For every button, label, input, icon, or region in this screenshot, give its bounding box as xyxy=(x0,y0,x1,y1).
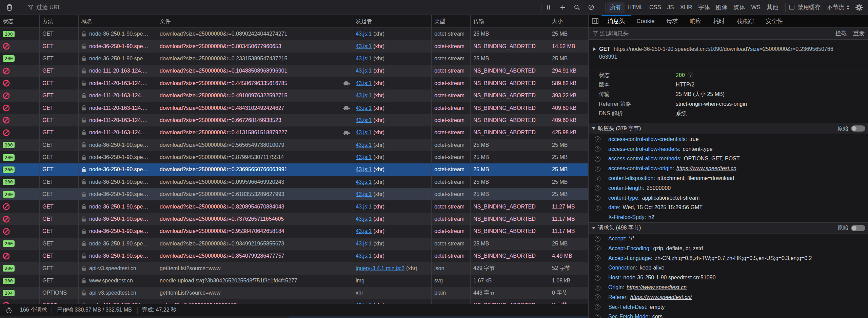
help-icon[interactable]: ? xyxy=(595,205,600,211)
header-row[interactable]: ?content-length:25000000 xyxy=(589,183,868,193)
response-raw-toggle[interactable] xyxy=(851,125,865,132)
table-row[interactable]: GETnode-111-20-163-124.…download?size=25… xyxy=(0,114,588,126)
help-icon[interactable]: ? xyxy=(595,255,600,261)
table-row[interactable]: GETnode-36-250-1-90.spe…download?size=25… xyxy=(0,200,588,213)
help-icon[interactable]: ? xyxy=(595,314,600,318)
search-button[interactable] xyxy=(573,4,581,10)
table-row[interactable]: GETnode-111-20-163-124.…download?size=25… xyxy=(0,77,588,90)
header-row[interactable]: ?Accept-Encoding:gzip, deflate, br, zstd xyxy=(589,243,868,253)
detail-tab-栈跟踪[interactable]: 栈跟踪 xyxy=(731,15,760,27)
header-row[interactable]: ?Host:node-36-250-1-90.speedtest.cn:5109… xyxy=(589,273,868,283)
block-url-button[interactable]: 拦截 xyxy=(832,29,850,37)
help-icon[interactable]: ? xyxy=(595,166,600,172)
header-row[interactable]: ?Accept-Language:zh-CN,zh;q=0.8,zh-TW;q=… xyxy=(589,253,868,263)
help-icon[interactable]: ? xyxy=(595,195,600,201)
type-tab-HTML[interactable]: HTML xyxy=(625,2,646,13)
request-raw-toggle[interactable] xyxy=(851,225,865,231)
help-icon[interactable]: ? xyxy=(595,136,600,142)
initiator-link[interactable]: 43.js:1 xyxy=(356,166,372,173)
type-tab-字体[interactable]: 字体 xyxy=(695,2,713,13)
header-row[interactable]: ?access-control-allow-origin:https://www… xyxy=(589,164,868,174)
header-row[interactable]: ?Connection:keep-alive xyxy=(589,263,868,273)
table-row[interactable]: GETnode-36-250-1-90.spe…download?size=25… xyxy=(0,250,588,262)
table-row[interactable]: 200GETnode-36-250-1-90.spe…download?size… xyxy=(0,28,588,40)
table-row[interactable]: 200GETnode-36-250-1-90.spe…download?size… xyxy=(0,238,588,250)
initiator-link[interactable]: 43.js:1 xyxy=(356,31,372,37)
request-headers-section[interactable]: 请求头 (498 字节) 原始 xyxy=(589,222,868,234)
initiator-link[interactable]: 43.js:1 xyxy=(356,117,372,123)
initiator-link[interactable]: 43.js:1 xyxy=(356,142,372,148)
header-row[interactable]: ?Origin:https://www.speedtest.cn xyxy=(589,283,868,293)
initiator-link[interactable]: jquery-3.4.1.min.js:2 xyxy=(356,265,405,272)
block-request-button[interactable] xyxy=(587,4,595,10)
split-panel-icon[interactable] xyxy=(592,18,599,24)
table-row[interactable]: POSTnode-111-20-163-124.…upload?r=0.7593… xyxy=(0,299,588,304)
header-row[interactable]: X-Firefox-Spdy:h2 xyxy=(589,213,868,222)
column-header-3[interactable]: 文件 xyxy=(157,15,353,27)
throttle-select[interactable]: 不节流 xyxy=(827,3,844,11)
table-row[interactable]: GETnode-36-250-1-90.spe…download?size=25… xyxy=(0,40,588,52)
pause-recording-button[interactable] xyxy=(545,5,553,10)
initiator-link[interactable]: 43.js:1 xyxy=(356,43,372,49)
table-row[interactable]: GETnode-111-20-163-124.…download?size=25… xyxy=(0,102,588,114)
detail-tab-Cookie[interactable]: Cookie xyxy=(631,15,660,27)
help-icon[interactable]: ? xyxy=(595,146,600,152)
initiator-link[interactable]: 43.js:1 xyxy=(356,68,372,74)
type-tab-CSS[interactable]: CSS xyxy=(646,2,664,13)
type-tab-WS[interactable]: WS xyxy=(748,2,764,13)
header-row[interactable]: ?access-control-allow-methods:OPTIONS, G… xyxy=(589,154,868,164)
table-row[interactable]: GETnode-36-250-1-90.spe…download?size=25… xyxy=(0,225,588,237)
column-header-0[interactable]: 状态 xyxy=(0,15,40,27)
header-row[interactable]: ?Sec-Fetch-Dest:empty xyxy=(589,302,868,312)
disable-cache-label[interactable]: 禁用缓存 xyxy=(797,3,821,11)
help-icon[interactable]: ? xyxy=(595,294,600,300)
help-icon[interactable]: ? xyxy=(595,236,600,242)
header-row[interactable]: ?Sec-Fetch-Mode:cors xyxy=(589,312,868,318)
initiator-link[interactable]: 43.js:1 xyxy=(356,191,372,197)
column-header-5[interactable]: 类型 xyxy=(432,15,471,27)
table-row[interactable]: 204OPTIONSapi-v3.speedtest.cngetItemList… xyxy=(0,287,588,299)
header-row[interactable]: ?date:Wed, 15 Oct 2025 15:29:56 GMT xyxy=(589,203,868,213)
column-header-4[interactable]: 发起者 xyxy=(353,15,432,27)
detail-tab-请求[interactable]: 请求 xyxy=(660,15,684,27)
column-header-2[interactable]: 域名 xyxy=(79,15,157,27)
headers-filter-input[interactable]: 过滤消息头 xyxy=(600,29,832,37)
header-row[interactable]: ?Accept:*/* xyxy=(589,234,868,244)
initiator-link[interactable]: 43.js:1 xyxy=(356,105,372,111)
type-tab-JS[interactable]: JS xyxy=(664,2,677,13)
settings-button[interactable] xyxy=(855,4,863,11)
initiator-link[interactable]: 43.js:1 xyxy=(356,130,372,136)
type-tab-媒体[interactable]: 媒体 xyxy=(731,2,748,13)
table-row[interactable]: 200GETnode-36-250-1-90.spe…download?size… xyxy=(0,53,588,65)
table-row[interactable]: 200GETapi-v3.speedtest.cngetItemList?sou… xyxy=(0,262,588,274)
table-row[interactable]: GETnode-36-250-1-90.spe…download?size=25… xyxy=(0,213,588,225)
help-icon[interactable]: ? xyxy=(595,285,600,291)
collapse-request-headers-icon[interactable] xyxy=(592,227,595,230)
expand-url-icon[interactable] xyxy=(593,47,596,51)
table-row[interactable]: GETnode-111-20-163-124.…download?size=25… xyxy=(0,90,588,102)
initiator-link[interactable]: 43.js:1 xyxy=(356,80,372,86)
table-row[interactable]: 200GETwww.speedtest.cnneedle-upload.svg?… xyxy=(0,275,588,287)
header-row[interactable]: ?access-control-allow-credentials:true xyxy=(589,134,868,144)
detail-tab-响应[interactable]: 响应 xyxy=(684,15,707,27)
table-row[interactable]: 200GETnode-36-250-1-90.spe…download?size… xyxy=(0,139,588,151)
table-row[interactable]: 200GETnode-36-250-1-90.spe…download?size… xyxy=(0,151,588,163)
help-icon[interactable]: ? xyxy=(595,304,600,310)
initiator-link[interactable]: 43.js:1 xyxy=(356,253,372,259)
detail-tab-消息头[interactable]: 消息头 xyxy=(601,15,631,27)
help-icon[interactable]: ? xyxy=(595,156,600,162)
header-row[interactable]: ?access-control-allow-headers:content-ty… xyxy=(589,144,868,154)
initiator-link[interactable]: 43.js:1 xyxy=(356,93,372,99)
request-url-block[interactable]: GEThttps://node-36-250-1-90.speedtest.cn… xyxy=(589,40,868,65)
column-header-1[interactable]: 方法 xyxy=(40,15,79,27)
initiator-link[interactable]: 43.js:1 xyxy=(356,204,372,210)
initiator-link[interactable]: 43.js:1 xyxy=(356,179,372,185)
type-tab-其他[interactable]: 其他 xyxy=(764,2,781,13)
table-row[interactable]: 200GETnode-36-250-1-90.spe…download?size… xyxy=(0,176,588,188)
header-row[interactable]: ?content-type:application/octet-stream xyxy=(589,193,868,203)
disable-cache-checkbox[interactable] xyxy=(789,5,794,10)
clear-requests-button[interactable] xyxy=(6,4,13,11)
initiator-link[interactable]: 43.js:1 xyxy=(356,56,372,62)
initiator-link[interactable]: 43.js:1 xyxy=(356,154,372,160)
detail-tab-安全性[interactable]: 安全性 xyxy=(760,15,789,27)
